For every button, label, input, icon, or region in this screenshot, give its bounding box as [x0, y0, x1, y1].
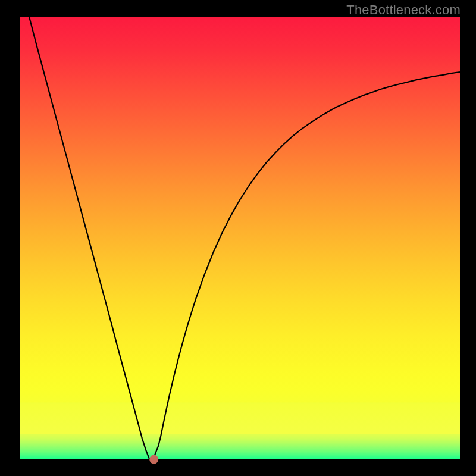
watermark-text: TheBottleneck.com	[346, 2, 461, 18]
chart-svg	[0, 0, 476, 476]
chart-container: TheBottleneck.com	[0, 0, 476, 476]
plot-area	[20, 17, 460, 459]
optimal-point-marker	[149, 455, 158, 464]
